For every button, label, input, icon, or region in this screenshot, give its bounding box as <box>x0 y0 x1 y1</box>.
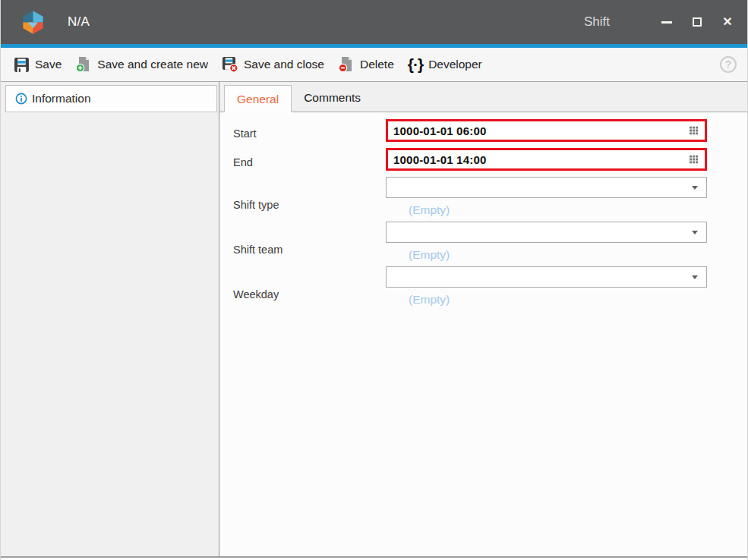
shift-type-dropdown[interactable] <box>386 177 707 198</box>
left-panel: Information <box>1 82 219 556</box>
shift-type-label: Shift type <box>233 188 386 211</box>
tabstrip: General Comments <box>219 82 747 112</box>
chevron-down-icon <box>692 186 698 190</box>
form-row-shift-team: Shift team (Empty) <box>233 222 747 266</box>
info-icon <box>15 93 27 105</box>
minimize-button[interactable] <box>652 7 682 37</box>
shift-type-empty-hint: (Empty) <box>386 198 707 222</box>
maximize-icon <box>693 17 702 27</box>
shift-team-label: Shift team <box>233 233 386 256</box>
weekday-dropdown[interactable] <box>386 266 707 288</box>
content-area: Information General Comments Start 1000-… <box>1 82 747 556</box>
developer-braces-icon: {·} <box>408 56 423 72</box>
delete-icon <box>338 56 355 73</box>
save-and-close-label: Save and close <box>244 58 324 71</box>
save-and-create-new-button[interactable]: Save and create new <box>68 51 215 78</box>
close-button[interactable]: ✕ <box>712 7 743 37</box>
end-label: End <box>233 156 386 168</box>
save-close-icon <box>222 56 238 73</box>
close-icon: ✕ <box>722 16 732 28</box>
end-datetime-field[interactable]: 1000-01-01 14:00 <box>386 148 707 171</box>
chevron-down-icon <box>692 275 698 279</box>
save-button[interactable]: Save <box>7 51 68 78</box>
maximize-button[interactable] <box>682 7 712 37</box>
start-label: Start <box>233 127 386 140</box>
information-label: Information <box>32 92 91 105</box>
shift-team-dropdown[interactable] <box>386 222 707 243</box>
shift-team-empty-hint: (Empty) <box>386 243 707 266</box>
developer-button[interactable]: {·} Developer <box>401 51 489 78</box>
start-datetime-field[interactable]: 1000-01-01 06:00 <box>386 119 707 142</box>
help-button[interactable]: ? <box>720 56 737 73</box>
help-icon: ? <box>725 58 732 71</box>
form-row-weekday: Weekday (Empty) <box>233 266 747 311</box>
save-create-new-icon <box>75 56 92 73</box>
end-value: 1000-01-01 14:00 <box>388 153 486 166</box>
form-row-start: Start 1000-01-01 06:00 <box>233 119 747 148</box>
tab-comments-label: Comments <box>304 91 361 105</box>
form-row-end: End 1000-01-01 14:00 <box>233 148 747 177</box>
date-picker-grid-icon[interactable] <box>690 127 698 135</box>
window-subtitle: Shift <box>584 14 610 30</box>
form-row-shift-type: Shift type (Empty) <box>233 177 747 222</box>
form-panel: Start 1000-01-01 06:00 <box>219 112 747 556</box>
shift-detail-window: N/A Shift ✕ Save <box>0 0 748 560</box>
window-bottom-edge <box>1 556 747 560</box>
start-value: 1000-01-01 06:00 <box>388 124 486 137</box>
tab-general-label: General <box>237 93 279 106</box>
weekday-empty-hint: (Empty) <box>386 288 707 311</box>
developer-label: Developer <box>428 58 482 71</box>
delete-button[interactable]: Delete <box>331 51 401 78</box>
window-title: N/A <box>68 14 90 30</box>
save-and-create-new-label: Save and create new <box>97 58 208 71</box>
information-group-header[interactable]: Information <box>5 85 217 112</box>
tab-general[interactable]: General <box>224 85 292 112</box>
minimize-icon <box>661 21 672 24</box>
save-label: Save <box>35 58 62 71</box>
save-floppy-icon <box>14 57 30 73</box>
toolbar: Save Save and create new Save and close <box>1 48 747 82</box>
chevron-down-icon <box>692 231 698 234</box>
main-panel: General Comments Start 1000-01-01 06:00 <box>219 82 747 556</box>
app-logo-icon <box>20 9 46 36</box>
weekday-label: Weekday <box>233 278 386 300</box>
date-picker-grid-icon[interactable] <box>690 156 698 164</box>
tab-comments[interactable]: Comments <box>292 84 373 112</box>
delete-label: Delete <box>360 58 394 71</box>
titlebar: N/A Shift ✕ <box>1 0 747 44</box>
save-and-close-button[interactable]: Save and close <box>215 51 331 78</box>
